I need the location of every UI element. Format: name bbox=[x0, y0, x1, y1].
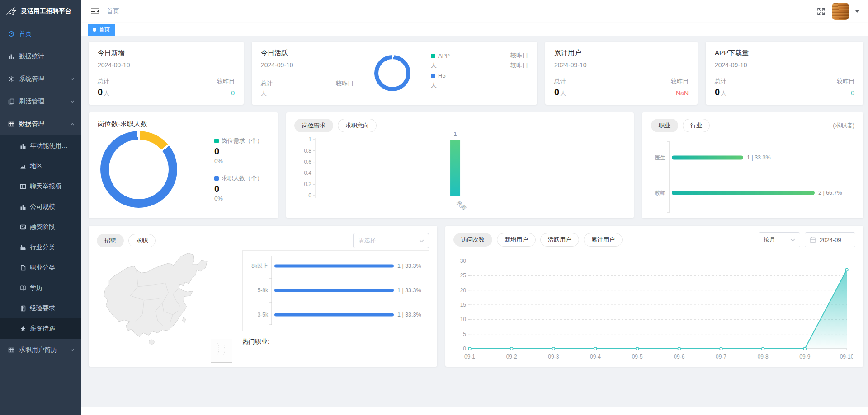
card-new-today: 今日新增 2024-09-10 总计 较昨日 0人 0 bbox=[89, 42, 244, 105]
pill-recruit[interactable]: 招聘 bbox=[97, 234, 124, 247]
unit-label: 人 bbox=[104, 90, 109, 97]
bar-chart-icon bbox=[20, 143, 26, 149]
collapse-sidebar-icon[interactable] bbox=[90, 7, 99, 15]
table-icon bbox=[8, 347, 14, 353]
submenu-item-chat-report[interactable]: 聊天举报项 bbox=[0, 176, 81, 196]
svg-text:09-5: 09-5 bbox=[632, 354, 643, 360]
pill-position-demand[interactable]: 岗位需求 bbox=[294, 119, 333, 132]
sidebar-item-home[interactable]: 首页 bbox=[0, 23, 81, 45]
sidebar-item-label: 求职用户简历 bbox=[19, 346, 57, 354]
submenu-item-region[interactable]: 地区 bbox=[0, 156, 81, 176]
main-area: 首页 首页 今日新增 2024-09-10 总计 较昨日 bbox=[81, 0, 868, 415]
region-select[interactable]: 请选择 bbox=[353, 233, 429, 248]
submenu-item-yearly-usage[interactable]: 年功能使用… bbox=[0, 135, 81, 156]
pill-job-intention[interactable]: 求职意向 bbox=[338, 119, 377, 132]
diff-label: 较昨日 bbox=[510, 51, 528, 60]
pill-jobseek[interactable]: 求职 bbox=[128, 234, 156, 247]
active-legend: APP 较昨日 人 较昨日 H5 人 bbox=[431, 49, 528, 98]
unit-label: 人 bbox=[560, 90, 566, 97]
notebook-icon bbox=[20, 305, 26, 312]
fullscreen-icon[interactable] bbox=[817, 7, 826, 16]
submenu-item-label: 聊天举报项 bbox=[30, 182, 61, 191]
card-occupation: 职业 行业 (求职者) 医生1 | 33.3%教师2 | 66.7% bbox=[642, 112, 863, 218]
breadcrumb[interactable]: 首页 bbox=[107, 7, 119, 15]
submenu-item-label: 地区 bbox=[30, 162, 42, 170]
sidebar-item-refresh[interactable]: 刷活管理 bbox=[0, 90, 81, 113]
sidebar-item-system[interactable]: 系统管理 bbox=[0, 68, 81, 90]
salary-chart-box: 8k以上1 | 33.3%5-8k1 | 33.3%3-5k1 | 33.3% bbox=[242, 250, 429, 331]
submenu-item-funding-stage[interactable]: 融资阶段 bbox=[0, 217, 81, 237]
card-date: 2024-09-10 bbox=[554, 61, 689, 69]
sidebar: 灵活用工招聘平台 首页 数据统计 系统管理 刷活管理 数据管理 年功能使用… 地… bbox=[0, 0, 81, 415]
sidebar-item-stats[interactable]: 数据统计 bbox=[0, 45, 81, 68]
sidebar-item-resume[interactable]: 求职用户简历 bbox=[0, 339, 81, 361]
card-title: APP下载量 bbox=[715, 49, 854, 57]
submenu-item-label: 薪资待遇 bbox=[30, 325, 55, 333]
gear-icon bbox=[8, 76, 14, 82]
sidebar-item-data[interactable]: 数据管理 bbox=[0, 113, 81, 135]
pill-total-users[interactable]: 累计用户 bbox=[584, 233, 623, 247]
factory-icon bbox=[20, 244, 26, 251]
legend-percent: 0% bbox=[214, 158, 263, 164]
svg-text:2 | 66.7%: 2 | 66.7% bbox=[818, 190, 842, 196]
diff-label: 较昨日 bbox=[837, 77, 854, 85]
caret-down-icon[interactable] bbox=[855, 10, 859, 13]
chevron-down-icon bbox=[790, 238, 795, 242]
pill-new-users[interactable]: 新增用户 bbox=[497, 233, 536, 247]
svg-text:1 | 33.3%: 1 | 33.3% bbox=[397, 263, 421, 269]
period-select[interactable]: 按月 bbox=[759, 232, 800, 247]
demand-bar-chart: 00.20.40.60.811教师 bbox=[294, 132, 624, 214]
jobseeker-suffix-label: (求职者) bbox=[833, 121, 854, 130]
star-icon bbox=[20, 326, 26, 332]
submenu-item-experience[interactable]: 经验要求 bbox=[0, 298, 81, 318]
select-placeholder: 请选择 bbox=[358, 237, 376, 245]
submenu-item-occupation[interactable]: 职业分类 bbox=[0, 257, 81, 278]
submenu-item-label: 公司规模 bbox=[30, 203, 55, 211]
svg-text:25: 25 bbox=[460, 272, 467, 279]
app-logo: 灵活用工招聘平台 bbox=[0, 0, 81, 23]
svg-text:09-3: 09-3 bbox=[548, 354, 559, 360]
submenu-item-industry[interactable]: 行业分类 bbox=[0, 237, 81, 257]
submenu-item-education[interactable]: 学历 bbox=[0, 278, 81, 298]
legend-label: 岗位需求（个） bbox=[222, 137, 263, 144]
copy-icon bbox=[8, 98, 14, 105]
dashboard-content: 今日新增 2024-09-10 总计 较昨日 0人 0 今日活跃 bbox=[81, 36, 868, 407]
card-demand: 岗位需求 求职意向 00.20.40.60.811教师 bbox=[286, 112, 634, 218]
svg-text:1: 1 bbox=[308, 136, 311, 143]
chevron-down-icon bbox=[419, 239, 424, 242]
sidebar-item-label: 首页 bbox=[19, 30, 32, 38]
chevron-down-icon bbox=[70, 99, 75, 104]
svg-text:09-4: 09-4 bbox=[590, 354, 601, 360]
tabbar: 首页 bbox=[81, 23, 868, 36]
legend-value: 0 bbox=[214, 184, 263, 194]
dashboard-icon bbox=[8, 31, 14, 37]
tab-home[interactable]: 首页 bbox=[88, 24, 115, 36]
pill-visits[interactable]: 访问次数 bbox=[453, 233, 492, 247]
diff-label: 较昨日 bbox=[336, 79, 354, 88]
submenu-item-salary[interactable]: 薪资待遇 bbox=[0, 318, 81, 339]
pill-industry[interactable]: 行业 bbox=[683, 119, 710, 132]
pill-occupation[interactable]: 职业 bbox=[651, 119, 678, 132]
tab-dot-icon bbox=[93, 28, 96, 32]
diff-value: 0 bbox=[231, 89, 235, 97]
card-position-count: 岗位数-求职人数 岗位需求（个） 0 0% 求职人数（个） 0 0% bbox=[89, 112, 278, 218]
svg-text:0.8: 0.8 bbox=[304, 148, 311, 154]
svg-text:09-1: 09-1 bbox=[464, 354, 475, 360]
legend-label-app: APP bbox=[438, 52, 450, 59]
diff-label: 较昨日 bbox=[217, 77, 235, 85]
unit-label: 人 bbox=[261, 89, 267, 98]
image-icon bbox=[20, 224, 26, 230]
diff-value: 0 bbox=[851, 89, 854, 97]
legend-value: 0 bbox=[214, 146, 263, 157]
avatar[interactable] bbox=[832, 3, 849, 20]
select-value: 按月 bbox=[764, 236, 775, 244]
pill-active-users[interactable]: 活跃用户 bbox=[540, 233, 579, 247]
date-picker[interactable]: 2024-09 bbox=[805, 232, 855, 247]
app-title: 灵活用工招聘平台 bbox=[21, 7, 71, 15]
total-label: 总计 bbox=[715, 77, 726, 85]
card-app-downloads: APP下载量 2024-09-10 总计 较昨日 0人 0 bbox=[706, 42, 863, 105]
svg-text:09-8: 09-8 bbox=[758, 354, 769, 360]
submenu-item-company-size[interactable]: 公司规模 bbox=[0, 196, 81, 217]
svg-text:20: 20 bbox=[460, 287, 467, 294]
submenu-item-label: 行业分类 bbox=[30, 243, 55, 252]
